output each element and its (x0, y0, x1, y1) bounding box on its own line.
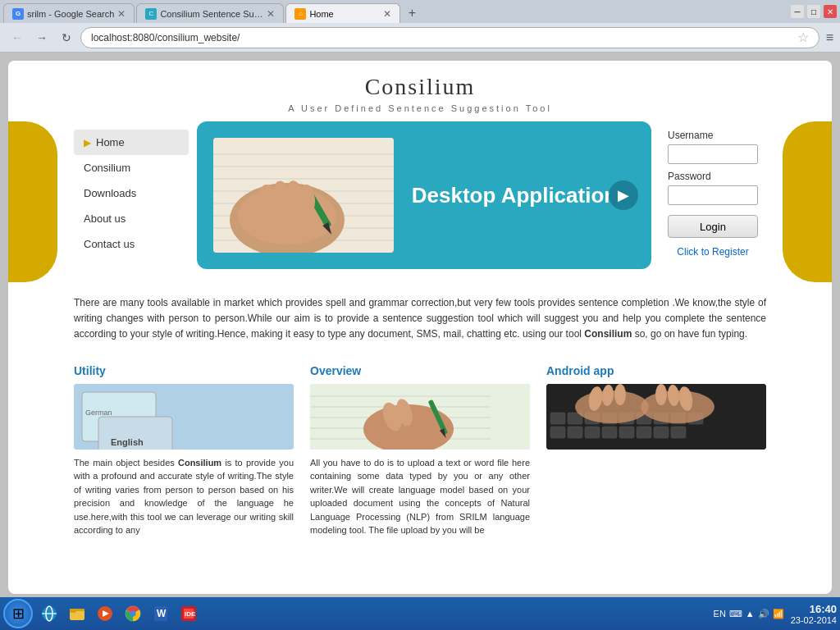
svg-rect-48 (637, 427, 651, 438)
new-tab-button[interactable]: + (402, 3, 422, 23)
taskbar-word-button[interactable]: W (148, 600, 174, 602)
deco-shape-left (8, 121, 57, 282)
banner-image (213, 138, 394, 253)
svg-rect-44 (568, 427, 582, 438)
forward-button[interactable]: → (31, 27, 52, 48)
center-content: Desktop Application ▶ (189, 121, 660, 282)
sidebar-item-contact-label: Contact us (84, 238, 135, 250)
username-label: Username (668, 130, 758, 141)
sidebar-item-home[interactable]: ▶ Home (74, 130, 189, 155)
svg-rect-47 (619, 427, 634, 438)
deco-shape-right (783, 121, 832, 282)
username-input[interactable] (668, 144, 758, 164)
sidebar-item-downloads-label: Downloads (84, 187, 136, 199)
banner-play-button[interactable]: ▶ (609, 180, 638, 210)
utility-image: English German (74, 384, 294, 450)
sidebar-item-home-label: Home (96, 136, 125, 148)
overview-text: All you have to do is to upload a text o… (310, 456, 530, 537)
close-button[interactable]: ✕ (824, 5, 837, 18)
svg-rect-43 (550, 427, 565, 438)
start-button[interactable]: ⊞ (3, 599, 33, 602)
address-text: localhost:8080/consilium_website/ (91, 32, 794, 43)
sidebar-item-about-label: About us (84, 212, 126, 225)
tab-consilium-search[interactable]: C Consilium Sentence Sugg... ✕ (136, 3, 284, 23)
svg-rect-45 (585, 427, 600, 438)
android-section: Android app (546, 364, 766, 537)
deco-left (8, 121, 74, 282)
bookmark-icon[interactable]: ☆ (797, 30, 809, 45)
overview-image (310, 384, 530, 450)
svg-rect-49 (654, 427, 669, 438)
login-box: Username Password Login Click to Registe… (668, 130, 758, 258)
menu-icon[interactable]: ≡ (826, 30, 833, 45)
sidebar-item-contact[interactable]: Contact us (74, 231, 189, 257)
password-input[interactable] (668, 185, 758, 205)
register-link[interactable]: Click to Register (668, 246, 758, 258)
taskbar-explorer-button[interactable] (64, 600, 90, 602)
utility-section: Utility English German (74, 364, 294, 537)
right-column: Username Password Login Click to Registe… (660, 121, 766, 282)
overview-section: Overview (310, 364, 530, 537)
site-title: Consilium (8, 74, 832, 100)
maximize-button[interactable]: □ (807, 5, 820, 18)
taskbar-media-button[interactable] (92, 600, 118, 602)
svg-point-56 (655, 384, 667, 405)
password-label: Password (668, 171, 758, 182)
login-button[interactable]: Login (668, 215, 758, 238)
tab-close-home[interactable]: ✕ (383, 8, 391, 20)
android-title: Android app (546, 364, 766, 377)
tab-label-google: srilm - Google Search (27, 9, 114, 19)
svg-rect-50 (671, 427, 686, 438)
tab-close-google[interactable]: ✕ (117, 8, 126, 20)
site-header: Consilium A User Defined Sentence Sugges… (8, 61, 832, 121)
site-subtitle: A User Defined Sentence Suggestion Tool (8, 103, 832, 113)
svg-rect-46 (602, 427, 617, 438)
taskbar-chrome-button[interactable] (120, 600, 146, 602)
reload-button[interactable]: ↻ (56, 27, 77, 48)
taskbar-ie-button[interactable] (36, 600, 62, 602)
tab-home[interactable]: ⌂ Home ✕ (285, 3, 400, 23)
tab-close-consilium[interactable]: ✕ (267, 8, 275, 20)
sidebar-item-about[interactable]: About us (74, 206, 189, 231)
minimize-button[interactable]: ─ (791, 5, 804, 18)
tab-favicon-consilium: C (145, 8, 157, 20)
play-icon: ▶ (618, 186, 629, 204)
utility-text: The main object besides Consilium is to … (74, 456, 294, 537)
sidebar-item-downloads[interactable]: Downloads (74, 180, 189, 206)
back-button[interactable]: ← (7, 27, 28, 48)
svg-text:German: German (85, 409, 112, 417)
address-bar[interactable]: localhost:8080/consilium_website/ ☆ (80, 27, 819, 48)
sidebar-item-consilium[interactable]: Consilium (74, 155, 189, 180)
svg-text:English: English (111, 437, 144, 447)
body-text: There are many tools available in market… (8, 282, 832, 356)
android-image (546, 384, 766, 450)
banner-title: Desktop Application (394, 183, 635, 208)
taskbar: ⊞ (0, 597, 840, 602)
hero-banner: Desktop Application ▶ (197, 121, 651, 269)
utility-title: Utility (74, 364, 294, 377)
deco-right (766, 121, 832, 282)
sidebar-item-consilium-label: Consilium (84, 162, 130, 174)
overview-title: Overview (310, 364, 530, 377)
svg-point-55 (614, 384, 626, 405)
tab-google-search[interactable]: G srilm - Google Search ✕ (3, 3, 135, 23)
tab-label-home: Home (309, 9, 380, 19)
three-columns: Utility English German (8, 356, 832, 554)
svg-rect-34 (550, 413, 565, 424)
taskbar-items: W IDE (36, 600, 202, 602)
brand-name-inline: Consilium (584, 328, 632, 340)
tab-favicon-home: ⌂ (294, 8, 306, 20)
nav-arrow-home: ▶ (84, 137, 91, 148)
sidebar: ▶ Home Consilium Downloads About us Cont… (74, 121, 189, 282)
tab-label-consilium: Consilium Sentence Sugg... (160, 9, 263, 19)
tab-favicon-google: G (12, 8, 24, 20)
taskbar-ide-button[interactable]: IDE (176, 600, 202, 602)
